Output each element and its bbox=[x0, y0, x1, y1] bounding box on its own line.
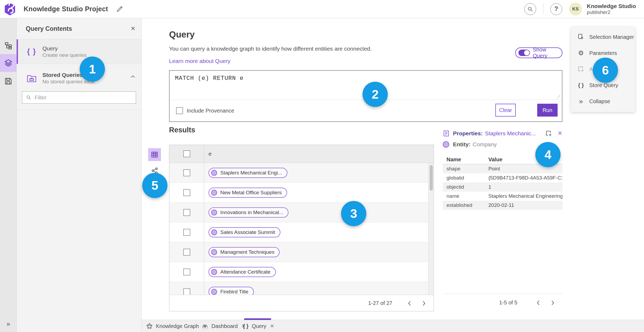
entity-label: Entity: bbox=[453, 141, 470, 148]
help-button[interactable]: ? bbox=[550, 3, 562, 15]
table-row: Firebird Title bbox=[169, 282, 434, 295]
row-checkbox[interactable] bbox=[183, 189, 190, 196]
select-all-checkbox[interactable] bbox=[183, 150, 190, 157]
row-checkbox[interactable] bbox=[183, 209, 190, 216]
row-checkbox[interactable] bbox=[183, 249, 190, 256]
entity-pill[interactable]: Firebird Title bbox=[208, 287, 254, 295]
entity-pill[interactable]: Innovations in Mechanical... bbox=[208, 207, 288, 218]
annotation-circle-4: 4 bbox=[535, 142, 561, 167]
close-tab-button[interactable]: ✕ bbox=[270, 323, 274, 329]
property-name: name bbox=[443, 193, 488, 199]
row-checkbox[interactable] bbox=[183, 268, 190, 275]
properties-title: Properties: bbox=[453, 130, 483, 137]
clear-button[interactable]: Clear bbox=[495, 104, 516, 117]
column-header-e: e bbox=[208, 151, 212, 157]
entity-pill[interactable]: Sales Associate Summit bbox=[208, 227, 280, 237]
menu-item-label: Selection Manager bbox=[589, 34, 634, 40]
expand-panel-button[interactable]: » bbox=[0, 318, 17, 330]
sidebar-item-stored-queries[interactable]: Stored Queries No stored queries exist bbox=[17, 67, 141, 90]
table-view-icon bbox=[151, 151, 158, 158]
learn-more-link[interactable]: Learn more about Query bbox=[169, 58, 230, 64]
row-checkbox[interactable] bbox=[183, 169, 190, 176]
previous-page-button[interactable] bbox=[533, 298, 543, 308]
data-model-button[interactable] bbox=[0, 38, 17, 54]
row-checkbox[interactable] bbox=[183, 288, 190, 295]
tab-label: Query bbox=[252, 323, 266, 329]
property-value: {5D9B4713-F98D-4A53-A59F-C11... bbox=[488, 175, 562, 181]
previous-page-button[interactable] bbox=[405, 299, 414, 308]
show-query-toggle[interactable]: Show Query bbox=[515, 47, 562, 58]
selection-manager-icon bbox=[577, 33, 584, 40]
item-title: Query bbox=[42, 45, 87, 52]
close-properties-button[interactable]: ✕ bbox=[558, 130, 562, 137]
properties-entity-link[interactable]: Staplers Mechanic... bbox=[485, 130, 536, 137]
collapse-stored-queries-button[interactable] bbox=[130, 75, 136, 79]
sidebar-item-query[interactable]: { } Query Create new queries bbox=[17, 39, 141, 64]
run-button[interactable]: Run bbox=[537, 104, 558, 117]
property-row: globalid {5D9B4713-F98D-4A53-A59F-C11... bbox=[443, 173, 562, 182]
include-provenance-checkbox[interactable] bbox=[176, 107, 183, 114]
properties-pagination: 1-5 of 5 bbox=[443, 294, 562, 311]
query-workspace: Query You can query a knowledge graph to… bbox=[142, 18, 644, 320]
add-to-map-icon[interactable] bbox=[545, 130, 552, 137]
braces-icon: { } bbox=[578, 82, 584, 88]
tab-knowledge-graph[interactable]: Knowledge Graph ✕ bbox=[146, 320, 207, 332]
entity-dot-icon bbox=[211, 170, 217, 176]
results-table: e Staplers Mechanical Engi... New Metal … bbox=[169, 145, 434, 311]
table-view-button[interactable] bbox=[148, 148, 161, 161]
save-button[interactable] bbox=[0, 73, 17, 89]
annotation-circle-1: 1 bbox=[80, 57, 105, 82]
search-button[interactable] bbox=[524, 3, 536, 15]
tab-label: Dashboard bbox=[211, 323, 238, 329]
divider bbox=[17, 110, 141, 110]
entity-pill[interactable]: Attendance Certificate bbox=[208, 267, 276, 277]
entity-pill[interactable]: New Metal Office Suppliers bbox=[208, 188, 287, 198]
layers-button[interactable] bbox=[0, 54, 17, 72]
resize-grip-icon[interactable]: ⟋ bbox=[557, 94, 560, 99]
toggle-switch-icon bbox=[518, 50, 530, 56]
next-page-button[interactable] bbox=[548, 298, 558, 308]
table-scrollbar[interactable] bbox=[428, 163, 434, 295]
row-checkbox[interactable] bbox=[183, 229, 190, 236]
entity-type: Company bbox=[473, 141, 497, 148]
gear-icon: ⚙ bbox=[578, 50, 584, 56]
braces-icon: { } bbox=[26, 47, 38, 56]
entity-dot-icon bbox=[211, 289, 217, 295]
include-provenance-label: Include Provenance bbox=[187, 108, 234, 114]
avatar[interactable]: KS bbox=[569, 3, 582, 16]
query-contents-header: Query Contents ✕ bbox=[17, 18, 141, 39]
tab-dashboard[interactable]: Dashboard ✕ bbox=[202, 320, 246, 332]
properties-header: Properties: Staplers Mechanic... ✕ bbox=[443, 130, 562, 137]
knowledge-studio-logo-icon bbox=[4, 2, 16, 16]
knowledge-graph-icon bbox=[146, 323, 153, 329]
toggle-label: Show Query bbox=[533, 47, 562, 59]
chevron-left-icon bbox=[407, 301, 412, 306]
entity-pill[interactable]: Staplers Mechanical Engi... bbox=[208, 168, 287, 178]
close-panel-button[interactable]: ✕ bbox=[131, 25, 136, 32]
tab-query[interactable]: { } Query ✕ bbox=[243, 320, 274, 332]
scrollbar-thumb[interactable] bbox=[430, 165, 433, 191]
property-name: globalid bbox=[443, 175, 488, 181]
menu-item-collapse[interactable]: » Collapse bbox=[571, 93, 635, 109]
user-info[interactable]: Knowledge Studio publisher2 bbox=[587, 3, 636, 15]
entity-pill[interactable]: Managment Techniques bbox=[208, 247, 280, 257]
next-page-button[interactable] bbox=[419, 299, 429, 308]
entity-label: Sales Associate Summit bbox=[220, 229, 275, 235]
layers-icon bbox=[4, 59, 13, 67]
tab-label: Knowledge Graph bbox=[156, 323, 199, 329]
table-row: New Metal Office Suppliers bbox=[169, 183, 434, 203]
chevrons-right-icon: » bbox=[6, 320, 10, 328]
item-subtitle: Create new queries bbox=[42, 52, 87, 58]
panel-title: Query Contents bbox=[26, 25, 72, 32]
page-title: Query bbox=[169, 29, 195, 40]
column-header-name: Name bbox=[443, 156, 488, 163]
help-icon: ? bbox=[554, 5, 558, 13]
edit-title-button[interactable] bbox=[115, 5, 124, 14]
table-row: Sales Associate Summit bbox=[169, 222, 434, 242]
menu-item-selection-manager[interactable]: Selection Manager bbox=[571, 29, 635, 45]
stored-queries-filter bbox=[22, 91, 136, 104]
entity-dot-icon bbox=[211, 269, 217, 275]
filter-input[interactable] bbox=[35, 95, 132, 101]
entity-label: Staplers Mechanical Engi... bbox=[220, 170, 282, 176]
property-name: shape bbox=[443, 166, 488, 172]
